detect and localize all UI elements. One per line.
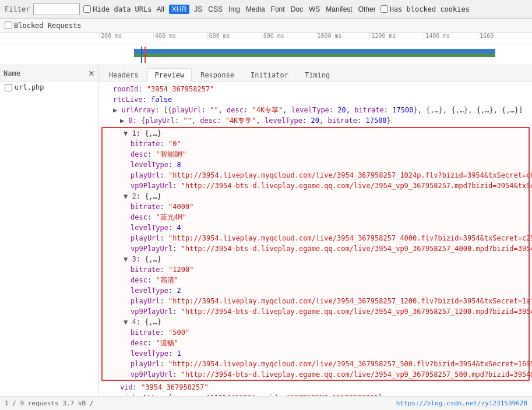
tick-400ms: 400 ms bbox=[153, 33, 207, 39]
json-3-bitrate-line: bitrate: "1200" bbox=[103, 264, 529, 275]
doc-btn[interactable]: Doc bbox=[290, 5, 304, 13]
requests-count: 1 / 9 requests 3.7 kB / bbox=[5, 400, 93, 407]
json-1-desc-line: desc: "智能8M" bbox=[103, 149, 529, 160]
json-3-levelType-line: levelType: 2 bbox=[103, 285, 529, 296]
tick-600ms: 600 ms bbox=[207, 33, 262, 39]
json-0-line[interactable]: ▶ 0: {playUrl: "", desc: "4K专享", levelTy… bbox=[99, 115, 532, 126]
timeline-area: 200 ms 400 ms 600 ms 800 ms 1000 ms 1200… bbox=[0, 33, 532, 65]
status-bar: 1 / 9 requests 3.7 kB / https://blog.csd… bbox=[0, 396, 532, 410]
timeline-bars bbox=[0, 44, 532, 65]
csdn-link[interactable]: https://blog.csdn.net/zy1231539628 bbox=[396, 400, 527, 407]
tab-initiator[interactable]: Initiator bbox=[243, 68, 296, 82]
json-roomId-line: roomId: "3954_367958257" bbox=[99, 84, 532, 94]
json-2-levelType-line: levelType: 4 bbox=[103, 222, 529, 233]
json-videoAttr-line[interactable]: ▶ videoAttr: {source: "1105449655", pid:… bbox=[99, 393, 532, 396]
media-btn[interactable]: Media bbox=[245, 5, 266, 13]
json-2-head-line[interactable]: ▼ 2: {,…} bbox=[103, 191, 529, 202]
has-blocked-cookies-checkbox[interactable]: Has blocked cookies bbox=[380, 5, 470, 13]
tick-1400ms: 1400 ms bbox=[424, 33, 478, 39]
file-name: url.php bbox=[15, 83, 44, 91]
css-btn[interactable]: CSS bbox=[207, 5, 224, 13]
json-3-vp9-line: vp9PlayUrl: "http://3954-bts-d.liveplay.… bbox=[103, 306, 529, 317]
left-panel: Name ✕ url.php bbox=[0, 65, 99, 396]
close-panel-button[interactable]: ✕ bbox=[88, 69, 95, 78]
other-btn[interactable]: Other bbox=[357, 5, 377, 13]
json-2-desc-line: desc: "蓝光4M" bbox=[103, 212, 529, 222]
tab-headers[interactable]: Headers bbox=[101, 68, 146, 82]
ws-btn[interactable]: WS bbox=[308, 5, 321, 13]
json-1-vp9-line: vp9PlayUrl: "http://3954-bts-d.liveplay.… bbox=[103, 181, 529, 191]
left-panel-title: Name bbox=[3, 69, 20, 77]
timeline-ruler: 200 ms 400 ms 600 ms 800 ms 1000 ms 1200… bbox=[0, 33, 532, 44]
list-item[interactable]: url.php bbox=[0, 82, 98, 93]
json-3-playUrl-line: playUrl: "http://3954.liveplay.myqcloud.… bbox=[103, 296, 529, 306]
json-1-levelType-line: levelType: 8 bbox=[103, 160, 529, 170]
tick-800ms: 800 ms bbox=[262, 33, 316, 39]
tick-1600: 1600 bbox=[478, 33, 532, 39]
json-vid-line: vid: "3954_367958257" bbox=[99, 382, 532, 393]
request-bar-green bbox=[134, 54, 495, 57]
highlight-section: ▼ 1: {,…} bitrate: "0" desc: "智能8M" leve… bbox=[101, 127, 530, 381]
json-urlArray-line[interactable]: ▶ urlArray: [{playUrl: "", desc: "4K专享",… bbox=[99, 105, 532, 115]
json-2-playUrl-line: playUrl: "http://3954.liveplay.myqcloud.… bbox=[103, 233, 529, 243]
all-btn[interactable]: All bbox=[156, 5, 165, 13]
img-btn[interactable]: Img bbox=[227, 5, 241, 13]
json-4-desc-line: desc: "流畅" bbox=[103, 338, 529, 348]
tick-1000ms: 1000 ms bbox=[316, 33, 370, 39]
left-panel-header: Name ✕ bbox=[0, 65, 98, 82]
right-panel: Headers Preview Response Initiator Timin… bbox=[99, 65, 532, 396]
filter-input[interactable] bbox=[33, 3, 80, 15]
tick-200ms: 200 ms bbox=[99, 33, 153, 39]
json-3-desc-line: desc: "高清" bbox=[103, 275, 529, 285]
json-4-vp9-line: vp9PlayUrl: "http://3954-bts-d.liveplay.… bbox=[103, 369, 529, 380]
manifest-btn[interactable]: Manifest bbox=[325, 5, 353, 13]
filter-label: Filter bbox=[5, 5, 30, 13]
blocked-requests-row: Blocked Requests bbox=[0, 19, 532, 33]
json-content-area[interactable]: roomId: "3954_367958257" rtcLive: false … bbox=[99, 82, 532, 396]
json-1-bitrate-line: bitrate: "0" bbox=[103, 139, 529, 149]
json-1-head-line[interactable]: ▼ 1: {,…} bbox=[103, 128, 529, 139]
font-btn[interactable]: Font bbox=[270, 5, 286, 13]
xhr-btn[interactable]: XHR bbox=[169, 5, 189, 14]
json-2-bitrate-line: bitrate: "4000" bbox=[103, 202, 529, 212]
json-1-playUrl-line: playUrl: "http://3954.liveplay.myqcloud.… bbox=[103, 170, 529, 181]
json-4-bitrate-line: bitrate: "500" bbox=[103, 327, 529, 338]
blocked-requests-checkbox[interactable]: Blocked Requests bbox=[5, 22, 82, 30]
tab-timing[interactable]: Timing bbox=[297, 68, 337, 82]
request-bar-blue bbox=[134, 49, 495, 54]
js-btn[interactable]: JS bbox=[193, 5, 203, 13]
json-rtcLive-line: rtcLive: false bbox=[99, 94, 532, 105]
tab-preview[interactable]: Preview bbox=[147, 68, 192, 82]
timeline-line1 bbox=[141, 47, 142, 63]
network-toolbar: Filter Hide data URLs All XHR JS CSS Img… bbox=[0, 0, 532, 19]
tab-response[interactable]: Response bbox=[193, 68, 242, 82]
hide-data-urls-checkbox[interactable]: Hide data URLs bbox=[83, 5, 152, 13]
json-4-head-line[interactable]: ▼ 4: {,…} bbox=[103, 317, 529, 327]
file-checkbox[interactable] bbox=[5, 84, 12, 91]
tick-1200ms: 1200 ms bbox=[369, 33, 424, 39]
json-3-head-line[interactable]: ▼ 3: {,…} bbox=[103, 254, 529, 264]
main-content: Name ✕ url.php Headers Preview Response … bbox=[0, 65, 532, 396]
json-4-levelType-line: levelType: 1 bbox=[103, 348, 529, 359]
json-4-playUrl-line: playUrl: "http://3954.liveplay.myqcloud.… bbox=[103, 359, 529, 369]
tabs-bar: Headers Preview Response Initiator Timin… bbox=[99, 65, 532, 82]
timeline-line2 bbox=[145, 47, 146, 63]
json-2-vp9-line: vp9PlayUrl: "http://3954-bts-d.liveplay.… bbox=[103, 243, 529, 254]
